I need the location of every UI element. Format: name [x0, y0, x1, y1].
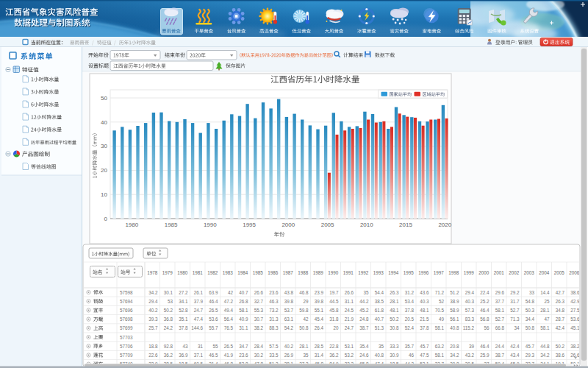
svg-text:45.1: 45.1	[570, 325, 580, 330]
svg-text:36.8: 36.8	[164, 316, 173, 322]
svg-text:57694: 57694	[120, 299, 133, 304]
svg-text:1978: 1978	[147, 270, 158, 275]
svg-text:57598: 57598	[120, 290, 133, 295]
svg-text:35: 35	[363, 290, 369, 295]
svg-text:28.4: 28.4	[254, 344, 264, 349]
svg-text:51.2: 51.2	[450, 290, 459, 295]
svg-text:24.2: 24.2	[164, 325, 173, 330]
svg-text:57.5: 57.5	[269, 344, 279, 349]
svg-text:76.5: 76.5	[224, 325, 234, 330]
svg-text:31.4: 31.4	[315, 353, 324, 358]
svg-text:36.2: 36.2	[329, 353, 339, 358]
svg-text:24.8: 24.8	[359, 316, 369, 322]
svg-text:63.2: 63.2	[435, 344, 445, 349]
svg-text:36.2: 36.2	[164, 353, 173, 358]
svg-text:31: 31	[198, 344, 204, 349]
svg-text:47: 47	[544, 316, 550, 322]
svg-text:27.2: 27.2	[179, 290, 188, 295]
svg-text:52.8: 52.8	[179, 308, 188, 313]
svg-text:88.3: 88.3	[269, 325, 279, 330]
svg-text:52.4: 52.4	[405, 325, 415, 330]
svg-text:21.9: 21.9	[345, 316, 354, 322]
svg-text:36.9: 36.9	[179, 353, 188, 358]
svg-text:57703: 57703	[120, 335, 133, 340]
svg-text:1995: 1995	[404, 270, 415, 275]
svg-text:58.1: 58.1	[435, 325, 445, 330]
svg-text:10: 10	[101, 191, 107, 198]
svg-text:70.5: 70.5	[435, 308, 445, 313]
svg-text:47.5: 47.5	[420, 353, 429, 358]
svg-text:59.8: 59.8	[299, 308, 309, 313]
svg-text:26.3: 26.3	[390, 290, 399, 295]
svg-text:43: 43	[182, 344, 188, 349]
svg-text:38.7: 38.7	[495, 353, 505, 358]
svg-text:1991: 1991	[343, 270, 354, 275]
svg-text:40.9: 40.9	[239, 316, 248, 322]
svg-text:45.7: 45.7	[420, 344, 429, 349]
svg-text:45.7: 45.7	[526, 344, 535, 349]
svg-text:45.2: 45.2	[359, 308, 369, 313]
svg-text:22.6: 22.6	[148, 353, 158, 358]
svg-text:45.4: 45.4	[315, 316, 324, 322]
svg-text:39.8: 39.8	[284, 299, 294, 304]
svg-text:46.4: 46.4	[209, 299, 218, 304]
svg-text:22.4: 22.4	[480, 290, 490, 295]
svg-text:23.6: 23.6	[239, 353, 248, 358]
svg-text:44.8: 44.8	[540, 344, 550, 349]
svg-text:48.1: 48.1	[390, 308, 399, 313]
svg-text:52: 52	[439, 299, 445, 304]
svg-text:29: 29	[303, 299, 309, 304]
svg-text:37.8: 37.8	[420, 325, 429, 330]
svg-text:19.7: 19.7	[329, 290, 339, 295]
svg-text:44.5: 44.5	[329, 299, 339, 304]
svg-text:28.1: 28.1	[390, 299, 399, 304]
svg-text:57698: 57698	[120, 316, 133, 322]
svg-text:1979: 1979	[162, 270, 173, 275]
svg-text:58.1: 58.1	[435, 353, 445, 358]
svg-text:34.4: 34.4	[526, 316, 535, 322]
svg-text:40.2: 40.2	[284, 344, 294, 349]
svg-text:26.6: 26.6	[254, 290, 264, 295]
svg-text:30.7: 30.7	[254, 316, 264, 322]
svg-text:46.5: 46.5	[209, 353, 218, 358]
svg-text:2005: 2005	[554, 270, 565, 275]
svg-text:31.1: 31.1	[345, 299, 354, 304]
svg-text:57709: 57709	[120, 353, 133, 358]
svg-text:71.2: 71.2	[435, 290, 445, 295]
svg-text:26.8: 26.8	[239, 299, 248, 304]
svg-text:40.2: 40.2	[148, 308, 158, 313]
svg-text:57696: 57696	[120, 308, 133, 313]
svg-text:26.1: 26.1	[194, 290, 204, 295]
svg-text:50.2: 50.2	[556, 344, 565, 349]
svg-text:42: 42	[228, 290, 234, 295]
svg-text:50.3: 50.3	[526, 308, 535, 313]
svg-text:26.6: 26.6	[570, 353, 580, 358]
svg-text:26.3: 26.3	[556, 299, 565, 304]
svg-text:51.3: 51.3	[375, 325, 384, 330]
svg-text:61.8: 61.8	[375, 308, 384, 313]
svg-text:58.1: 58.1	[495, 308, 505, 313]
svg-text:37.8: 37.8	[179, 325, 188, 330]
svg-text:49.4: 49.4	[224, 308, 234, 313]
svg-text:2000: 2000	[478, 270, 490, 275]
svg-text:20.8: 20.8	[450, 344, 459, 349]
svg-text:33: 33	[529, 290, 535, 295]
svg-text:46.4: 46.4	[480, 308, 490, 313]
svg-text:26.5: 26.5	[224, 344, 234, 349]
svg-text:1981: 1981	[193, 270, 204, 275]
svg-text:29.4: 29.4	[465, 290, 475, 295]
svg-text:29.4: 29.4	[148, 299, 158, 304]
svg-text:83.3: 83.3	[465, 316, 475, 322]
svg-text:23.6: 23.6	[269, 290, 279, 295]
svg-text:25: 25	[544, 299, 550, 304]
svg-text:56.1: 56.1	[450, 316, 459, 322]
svg-text:1985: 1985	[165, 222, 178, 228]
svg-text:1993: 1993	[373, 270, 384, 275]
svg-text:43.6: 43.6	[420, 290, 429, 295]
svg-text:35.4: 35.4	[359, 344, 369, 349]
svg-text:28.1: 28.1	[299, 344, 309, 349]
svg-text:43.8: 43.8	[284, 290, 294, 295]
svg-text:28.7: 28.7	[556, 316, 565, 322]
svg-text:40.3: 40.3	[465, 299, 475, 304]
svg-text:20: 20	[333, 325, 339, 330]
